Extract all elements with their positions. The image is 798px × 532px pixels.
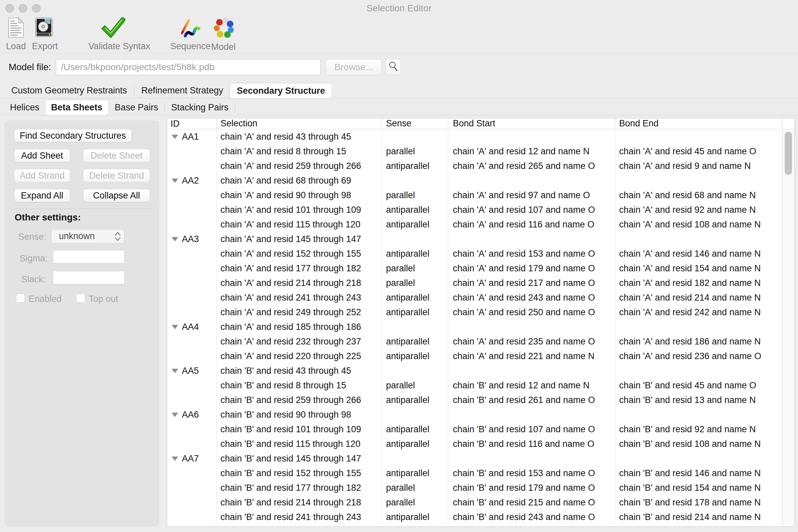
disclosure-triangle-icon[interactable] xyxy=(172,135,178,139)
tab-refinement-strategy[interactable]: Refinement Strategy xyxy=(135,83,230,98)
table-row[interactable]: chain 'B' and resid 241 through 243antip… xyxy=(167,510,794,524)
table-row[interactable]: chain 'A' and resid 214 through 218paral… xyxy=(167,276,794,290)
table-row[interactable]: chain 'A' and resid 259 through 266antip… xyxy=(167,158,794,173)
table-row[interactable]: chain 'B' and resid 101 through 109antip… xyxy=(167,422,794,437)
cell-bond-end: chain 'A' and resid 214 and name N xyxy=(615,290,782,305)
disclosure-triangle-icon[interactable] xyxy=(172,178,178,183)
cell-id xyxy=(167,158,216,173)
load-button[interactable]: Load xyxy=(4,17,28,52)
cell-bond-end: chain 'A' and resid 68 and name N xyxy=(615,188,782,203)
table-row[interactable]: chain 'A' and resid 90 through 98paralle… xyxy=(167,188,794,203)
table-row[interactable]: chain 'B' and resid 152 through 155antip… xyxy=(167,466,794,480)
table-row[interactable]: AA4chain 'A' and resid 185 through 186 xyxy=(167,320,794,334)
cell-sense: antiparallel xyxy=(382,466,448,480)
table-row[interactable]: chain 'B' and resid 115 through 120antip… xyxy=(167,437,794,451)
scrollbar-thumb[interactable] xyxy=(785,132,792,175)
cell-id xyxy=(167,480,216,495)
column-header-bond-start[interactable]: Bond Start xyxy=(448,118,615,129)
table-row[interactable]: chain 'A' and resid 249 through 252antip… xyxy=(167,305,794,320)
table-row[interactable]: chain 'B' and resid 259 through 266antip… xyxy=(167,393,794,407)
table-row[interactable]: chain 'B' and resid 177 through 182paral… xyxy=(167,480,794,495)
table-row[interactable]: AA5chain 'B' and resid 43 through 45 xyxy=(167,363,794,378)
table-row[interactable]: AA2chain 'A' and resid 68 through 69 xyxy=(167,173,794,188)
cell-id: AA3 xyxy=(167,232,216,246)
cell-selection: chain 'B' and resid 8 through 15 xyxy=(216,378,382,393)
table-row[interactable]: AA1chain 'A' and resid 43 through 45 xyxy=(167,129,794,144)
cell-sense: antiparallel xyxy=(382,437,448,451)
table-row[interactable]: chain 'A' and resid 152 through 155antip… xyxy=(167,246,794,261)
cell-bond-end: chain 'A' and resid 154 and name N xyxy=(615,261,782,276)
tab-helices[interactable]: Helices xyxy=(5,100,45,115)
table-row[interactable]: AA6chain 'B' and resid 90 through 98 xyxy=(167,407,794,422)
cell-sense: antiparallel xyxy=(382,217,448,232)
delete-sheet-button[interactable]: Delete Sheet xyxy=(83,149,150,162)
tab-beta-sheets[interactable]: Beta Sheets xyxy=(45,100,109,115)
window-title: Selection Editor xyxy=(0,0,798,16)
toolbar-label: Validate Syntax xyxy=(89,41,138,52)
tab-stacking-pairs[interactable]: Stacking Pairs xyxy=(165,100,235,115)
add-sheet-button[interactable]: Add Sheet xyxy=(14,149,70,162)
disclosure-triangle-icon[interactable] xyxy=(172,369,178,373)
model-file-input[interactable] xyxy=(56,59,321,75)
cell-bond-end: chain 'B' and resid 108 and name N xyxy=(615,437,782,451)
find-secondary-structures-button[interactable]: Find Secondary Structures xyxy=(14,129,132,142)
cell-sense: antiparallel xyxy=(382,246,448,261)
table-row[interactable]: chain 'A' and resid 8 through 15parallel… xyxy=(167,144,794,158)
table-row[interactable]: chain 'A' and resid 101 through 109antip… xyxy=(167,203,794,217)
table-row[interactable]: chain 'A' and resid 241 through 243antip… xyxy=(167,290,794,305)
table-row[interactable]: chain 'A' and resid 220 through 225antip… xyxy=(167,349,794,363)
table-row[interactable]: chain 'A' and resid 115 through 120antip… xyxy=(167,217,794,232)
cell-bond-end: chain 'B' and resid 13 and name N xyxy=(615,393,782,407)
cell-id xyxy=(167,393,216,407)
delete-strand-button[interactable]: Delete Strand xyxy=(83,169,150,182)
selection-editor-window: { "window": { "title": "Selection Editor… xyxy=(0,0,798,532)
cell-selection: chain 'A' and resid 249 through 252 xyxy=(216,305,382,320)
tab-base-pairs[interactable]: Base Pairs xyxy=(109,100,164,115)
sequence-button[interactable]: Sequence xyxy=(170,17,210,52)
sigma-field[interactable] xyxy=(53,250,125,263)
add-strand-button[interactable]: Add Strand xyxy=(14,169,70,182)
tab-secondary-structure[interactable]: Secondary Structure xyxy=(230,83,332,98)
column-header-selection[interactable]: Selection xyxy=(216,118,382,129)
cell-bond-end xyxy=(615,232,782,246)
cell-selection: chain 'A' and resid 241 through 243 xyxy=(216,290,382,305)
enabled-checkbox[interactable] xyxy=(16,293,25,303)
vertical-scrollbar[interactable] xyxy=(782,129,794,526)
disclosure-triangle-icon[interactable] xyxy=(172,413,178,417)
cell-sense: antiparallel xyxy=(382,290,448,305)
table-row[interactable]: chain 'B' and resid 214 through 218paral… xyxy=(167,495,794,510)
table-row[interactable]: AA3chain 'A' and resid 145 through 147 xyxy=(167,232,794,246)
cell-bond-end: chain 'A' and resid 242 and name N xyxy=(615,305,782,320)
slack-field[interactable] xyxy=(53,271,125,284)
cell-sense: antiparallel xyxy=(382,422,448,437)
sheet-id: AA7 xyxy=(182,451,199,466)
disclosure-triangle-icon[interactable] xyxy=(172,325,178,329)
cell-bond-start xyxy=(448,407,615,422)
table-row[interactable]: chain 'A' and resid 232 through 237antip… xyxy=(167,334,794,349)
sense-dropdown[interactable]: unknown xyxy=(51,229,125,243)
collapse-all-button[interactable]: Collapse All xyxy=(83,189,150,202)
export-button[interactable]: Export xyxy=(32,17,56,52)
disclosure-triangle-icon[interactable] xyxy=(172,237,178,241)
disclosure-triangle-icon[interactable] xyxy=(172,457,178,461)
cell-sense: parallel xyxy=(382,261,448,276)
table-row[interactable]: chain 'B' and resid 8 through 15parallel… xyxy=(167,378,794,393)
cell-bond-start: chain 'A' and resid 235 and name O xyxy=(448,334,615,349)
validate-syntax-button[interactable]: Validate Syntax xyxy=(89,17,138,52)
top-out-checkbox[interactable] xyxy=(76,293,85,303)
model-button[interactable]: Model xyxy=(210,17,237,52)
table-row[interactable]: AA7chain 'B' and resid 145 through 147 xyxy=(167,451,794,466)
cell-bond-end xyxy=(615,363,782,378)
tab-custom-geometry-restraints[interactable]: Custom Geometry Restraints xyxy=(5,83,134,98)
browse-button[interactable]: Browse... xyxy=(326,59,382,75)
search-button[interactable] xyxy=(386,59,401,75)
cell-id xyxy=(167,261,216,276)
table-row[interactable]: chain 'A' and resid 177 through 182paral… xyxy=(167,261,794,276)
column-header-bond-end[interactable]: Bond End xyxy=(615,118,782,129)
column-header-sense[interactable]: Sense xyxy=(382,118,448,129)
expand-all-button[interactable]: Expand All xyxy=(14,189,70,202)
column-header-id[interactable]: ID xyxy=(167,118,216,129)
cell-selection: chain 'B' and resid 101 through 109 xyxy=(216,422,382,437)
cell-bond-start: chain 'B' and resid 215 and name O xyxy=(448,495,615,510)
cell-bond-end: chain 'A' and resid 186 and name N xyxy=(615,334,782,349)
